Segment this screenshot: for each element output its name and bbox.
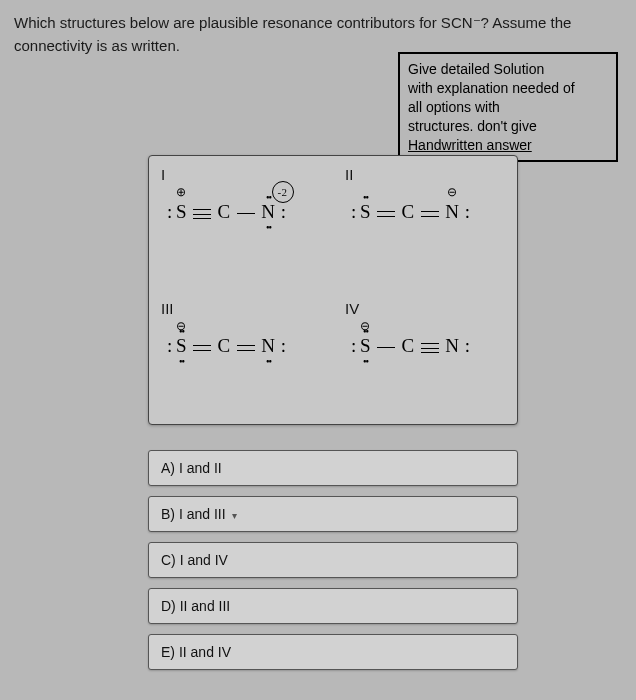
- atom-S: S⊖••••: [176, 335, 187, 357]
- lone-pair-top: ••: [360, 192, 371, 203]
- bond-single: [237, 213, 255, 214]
- note-line: with explanation needed of: [408, 79, 608, 98]
- atom-N: N⊖: [445, 201, 459, 223]
- charge: ⊖: [445, 185, 459, 200]
- structure-II: II : S•• C N⊖ :: [333, 156, 517, 290]
- structure-IV: IV : S⊖•••• C N :: [333, 290, 517, 424]
- formal-charge-circle: -2: [272, 181, 294, 203]
- option-B[interactable]: B) I and III▾: [148, 496, 518, 532]
- bond-double: [377, 211, 395, 217]
- lewis-structure: : S⊖•••• C N•• :: [161, 335, 321, 357]
- lone-pair-left: :: [167, 201, 173, 222]
- lone-pair-top: ••: [176, 326, 187, 337]
- atom-N: N••••-2: [261, 201, 275, 223]
- lewis-structure: : S⊖•••• C N :: [345, 335, 505, 357]
- note-line: all options with: [408, 98, 608, 117]
- note-underline: Handwritten answer: [408, 137, 532, 153]
- atom-C: C: [218, 335, 231, 357]
- dropdown-marker-icon: ▾: [232, 510, 237, 521]
- roman-label: II: [345, 166, 505, 183]
- atom-S: S⊕: [176, 201, 187, 223]
- lewis-structure: : S⊕ C N••••-2 :: [161, 201, 321, 223]
- structure-III: III : S⊖•••• C N•• :: [149, 290, 333, 424]
- bond-double: [193, 345, 211, 351]
- option-A[interactable]: A) I and II: [148, 450, 518, 486]
- instruction-note: Give detailed Solution with explanation …: [398, 52, 618, 162]
- atom-N: N••: [261, 335, 275, 357]
- atom-S: S••: [360, 201, 371, 223]
- answer-options: A) I and II B) I and III▾ C) I and IV D)…: [148, 450, 518, 680]
- option-label: B) I and III: [161, 506, 226, 522]
- lone-pair-right: :: [465, 201, 471, 222]
- lone-pair-left: :: [167, 335, 173, 356]
- lone-pair-right: :: [281, 335, 287, 356]
- lone-pair-top: ••: [360, 326, 371, 337]
- lone-pair-bot: ••: [261, 356, 275, 367]
- charge: ⊕: [176, 185, 187, 200]
- lone-pair-bot: ••: [176, 356, 187, 367]
- bond-single: [377, 347, 395, 348]
- bond-double: [421, 211, 439, 217]
- structure-I: I : S⊕ C N••••-2 :: [149, 156, 333, 290]
- atom-C: C: [218, 201, 231, 223]
- atom-C: C: [402, 335, 415, 357]
- lewis-structure: : S•• C N⊖ :: [345, 201, 505, 223]
- atom-N: N: [445, 335, 459, 357]
- note-line: Give detailed Solution: [408, 60, 608, 79]
- lone-pair-right: :: [465, 335, 471, 356]
- structures-panel: I : S⊕ C N••••-2 : II : S•• C N⊖ : III :…: [148, 155, 518, 425]
- lone-pair-bot: ••: [261, 222, 275, 233]
- roman-label: III: [161, 300, 321, 317]
- bond-double: [237, 345, 255, 351]
- option-E[interactable]: E) II and IV: [148, 634, 518, 670]
- atom-S: S⊖••••: [360, 335, 371, 357]
- roman-label: I: [161, 166, 321, 183]
- roman-label: IV: [345, 300, 505, 317]
- option-C[interactable]: C) I and IV: [148, 542, 518, 578]
- atom-C: C: [402, 201, 415, 223]
- option-D[interactable]: D) II and III: [148, 588, 518, 624]
- bond-triple: [421, 343, 439, 353]
- lone-pair-bot: ••: [360, 356, 371, 367]
- lone-pair-right: :: [281, 201, 287, 222]
- lone-pair-left: :: [351, 335, 357, 356]
- lone-pair-left: :: [351, 201, 357, 222]
- note-line: structures. don't give Handwritten answe…: [408, 117, 608, 155]
- bond-triple: [193, 209, 211, 219]
